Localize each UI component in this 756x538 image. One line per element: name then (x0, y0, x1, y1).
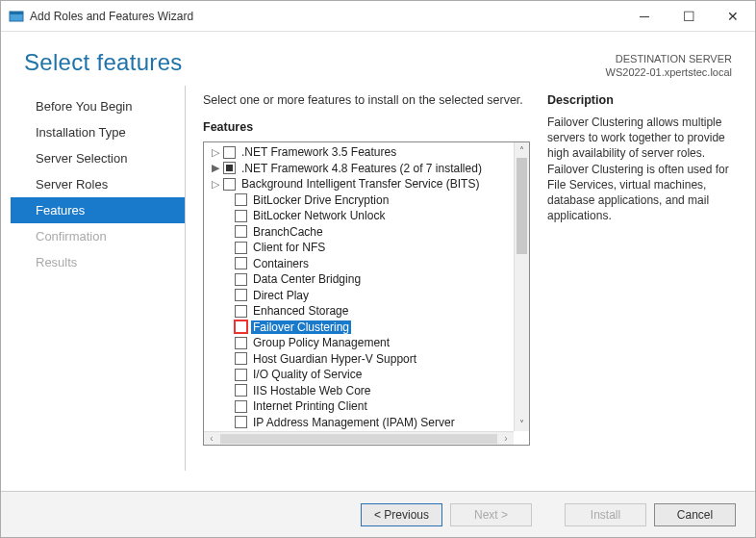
feature-checkbox[interactable] (223, 162, 236, 174)
titlebar: Add Roles and Features Wizard ─ ☐ ✕ (1, 1, 755, 32)
feature-label[interactable]: BitLocker Network Unlock (251, 209, 387, 222)
feature-label[interactable]: Background Intelligent Transfer Service … (239, 177, 481, 191)
feature-row[interactable]: ▷Direct Play (206, 288, 514, 304)
feature-label[interactable]: Host Guardian Hyper-V Support (251, 352, 418, 366)
instruction-text: Select one or more features to install o… (203, 93, 530, 107)
expander-icon[interactable]: ▷ (210, 178, 221, 191)
feature-label[interactable]: Client for NFS (251, 241, 327, 254)
feature-checkbox[interactable] (235, 369, 247, 381)
feature-checkbox[interactable] (235, 320, 247, 333)
feature-checkbox[interactable] (235, 337, 247, 349)
next-button[interactable]: Next > (450, 503, 532, 526)
feature-row[interactable]: ▷.NET Framework 3.5 Features (206, 144, 514, 161)
feature-label[interactable]: Group Policy Management (251, 336, 391, 349)
window-controls: ─ ☐ ✕ (622, 2, 755, 31)
feature-checkbox[interactable] (235, 210, 247, 222)
sidebar-item-before-you-begin[interactable]: Before You Begin (11, 93, 185, 119)
feature-row[interactable]: ▷IP Address Management (IPAM) Server (206, 415, 514, 431)
feature-label[interactable]: IP Address Management (IPAM) Server (251, 416, 457, 429)
sidebar-item-results: Results (11, 249, 185, 275)
destination-label: DESTINATION SERVER (616, 53, 732, 64)
feature-row[interactable]: ▷Failover Clustering (206, 320, 514, 336)
expander-icon[interactable]: ▶ (210, 162, 221, 174)
feature-checkbox[interactable] (235, 305, 247, 318)
feature-checkbox[interactable] (235, 257, 247, 269)
previous-button[interactable]: < Previous (361, 503, 442, 526)
feature-label[interactable]: .NET Framework 4.8 Features (2 of 7 inst… (239, 162, 484, 175)
feature-checkbox[interactable] (235, 273, 247, 286)
feature-row[interactable]: ▷I/O Quality of Service (206, 367, 514, 383)
sidebar-item-confirmation: Confirmation (11, 223, 185, 249)
feature-row[interactable]: ▶.NET Framework 4.8 Features (2 of 7 ins… (206, 161, 514, 177)
svg-rect-1 (10, 12, 23, 14)
feature-label[interactable]: BitLocker Drive Encryption (251, 193, 391, 207)
feature-label[interactable]: Enhanced Storage (251, 304, 350, 318)
minimize-button[interactable]: ─ (622, 2, 667, 31)
feature-label[interactable]: Internet Printing Client (251, 399, 369, 413)
feature-row[interactable]: ▷Internet Printing Client (206, 398, 514, 415)
description-heading: Description (547, 93, 740, 107)
window-title: Add Roles and Features Wizard (30, 10, 622, 23)
header: Select features DESTINATION SERVER WS202… (1, 32, 755, 86)
feature-row[interactable]: ▷BitLocker Network Unlock (206, 208, 514, 224)
feature-label[interactable]: BranchCache (251, 225, 325, 239)
feature-checkbox[interactable] (235, 384, 247, 397)
feature-checkbox[interactable] (235, 193, 247, 206)
horizontal-scrollbar[interactable]: ‹ › (204, 431, 514, 445)
features-listbox[interactable]: ▷.NET Framework 3.5 Features▶.NET Framew… (203, 141, 530, 446)
feature-label[interactable]: Containers (251, 257, 311, 270)
feature-row[interactable]: ▷IIS Hostable Web Core (206, 383, 514, 399)
sidebar-item-features[interactable]: Features (11, 197, 185, 223)
feature-checkbox[interactable] (235, 289, 247, 301)
expander-icon[interactable]: ▷ (210, 146, 221, 159)
h-scrollbar-thumb[interactable] (220, 434, 497, 444)
feature-label[interactable]: Direct Play (251, 289, 311, 302)
features-column: Select one or more features to install o… (203, 93, 530, 471)
feature-checkbox[interactable] (223, 178, 236, 191)
feature-checkbox[interactable] (235, 242, 247, 254)
feature-row[interactable]: ▷Client for NFS (206, 240, 514, 256)
wizard-icon (9, 9, 24, 24)
description-panel: Description Failover Clustering allows m… (547, 93, 740, 471)
feature-row[interactable]: ▷Containers (206, 256, 514, 272)
sidebar-item-server-roles[interactable]: Server Roles (11, 171, 185, 197)
scrollbar-thumb[interactable] (517, 158, 527, 254)
feature-label[interactable]: Failover Clustering (251, 320, 351, 334)
scroll-up-arrow-icon[interactable]: ˄ (515, 142, 529, 158)
feature-row[interactable]: ▷Data Center Bridging (206, 271, 514, 288)
features-heading: Features (203, 120, 530, 134)
destination-server: WS2022-01.xpertstec.local (606, 66, 732, 78)
feature-label[interactable]: IIS Hostable Web Core (251, 384, 373, 397)
wizard-sidebar: Before You BeginInstallation TypeServer … (11, 86, 186, 471)
feature-checkbox[interactable] (235, 416, 247, 428)
sidebar-item-server-selection[interactable]: Server Selection (11, 145, 185, 171)
feature-row[interactable]: ▷Enhanced Storage (206, 303, 514, 320)
feature-label[interactable]: .NET Framework 3.5 Features (239, 145, 398, 159)
maximize-button[interactable]: ☐ (667, 2, 711, 31)
scroll-down-arrow-icon[interactable]: ˅ (515, 416, 529, 431)
feature-row[interactable]: ▷BitLocker Drive Encryption (206, 192, 514, 209)
footer: < Previous Next > Install Cancel (1, 491, 755, 537)
feature-label[interactable]: I/O Quality of Service (251, 368, 364, 381)
feature-checkbox[interactable] (235, 400, 247, 413)
feature-checkbox[interactable] (235, 225, 247, 238)
feature-row[interactable]: ▷BranchCache (206, 224, 514, 241)
install-button[interactable]: Install (565, 503, 646, 526)
close-button[interactable]: ✕ (711, 2, 755, 31)
scroll-left-arrow-icon[interactable]: ‹ (204, 433, 219, 444)
feature-checkbox[interactable] (235, 352, 247, 365)
description-text: Failover Clustering allows multiple serv… (547, 115, 740, 223)
feature-checkbox[interactable] (223, 146, 236, 159)
content: Before You BeginInstallation TypeServer … (1, 86, 755, 471)
feature-label[interactable]: Data Center Bridging (251, 272, 363, 286)
feature-row[interactable]: ▷Background Intelligent Transfer Service… (206, 176, 514, 192)
feature-row[interactable]: ▷Host Guardian Hyper-V Support (206, 351, 514, 368)
cancel-button[interactable]: Cancel (654, 503, 736, 526)
sidebar-item-installation-type[interactable]: Installation Type (11, 119, 185, 145)
main-panel: Select one or more features to install o… (186, 86, 740, 471)
vertical-scrollbar[interactable]: ˄ ˅ (514, 142, 529, 431)
scroll-right-arrow-icon[interactable]: › (498, 433, 514, 444)
feature-row[interactable]: ▷Group Policy Management (206, 335, 514, 351)
